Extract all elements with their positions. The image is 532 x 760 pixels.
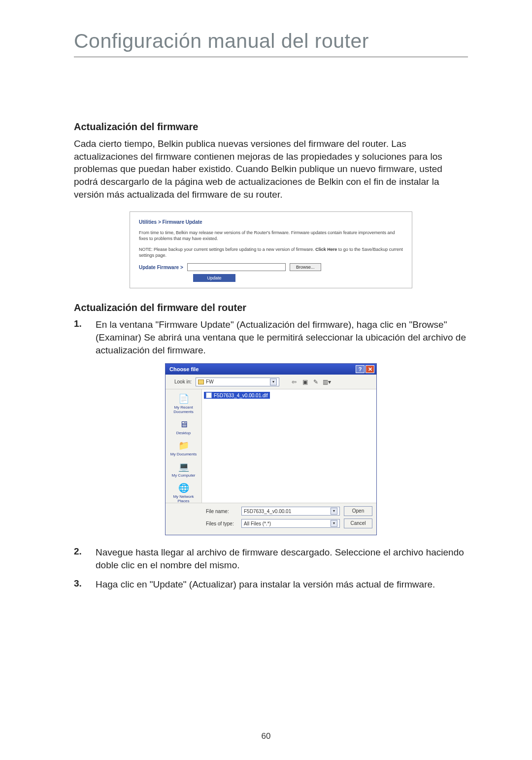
help-button[interactable]: ? bbox=[356, 365, 365, 373]
place-label: My Documents bbox=[168, 452, 200, 456]
lookin-select[interactable]: FW ▾ bbox=[196, 378, 279, 386]
firmware-desc: From time to time, Belkin may release ne… bbox=[139, 230, 403, 242]
file-list[interactable]: F5D7633_4_v0.00.01.dlf bbox=[202, 389, 376, 503]
file-name: F5D7633_4_v0.00.01.dlf bbox=[214, 393, 268, 398]
step-number: 2. bbox=[74, 546, 96, 571]
update-firmware-label: Update Firmware > bbox=[139, 264, 183, 271]
lookin-value: FW bbox=[206, 379, 214, 384]
steps-list-cont: 2. Navegue hasta llegar al archivo de fi… bbox=[74, 546, 468, 591]
place-label: My Computer bbox=[168, 473, 200, 478]
back-icon[interactable]: ⇦ bbox=[290, 378, 298, 386]
place-label: My Network Places bbox=[168, 494, 200, 503]
filetype-label: Files of type: bbox=[206, 521, 237, 526]
file-icon bbox=[206, 392, 212, 398]
section-firmware-body: Cada cierto tiempo, Belkin publica nueva… bbox=[74, 138, 468, 201]
dialog-titlebar: Choose file ? ✕ bbox=[166, 364, 376, 375]
page-title: Configuración manual del router bbox=[74, 30, 468, 53]
update-button[interactable]: Update bbox=[193, 274, 235, 282]
close-button[interactable]: ✕ bbox=[366, 365, 374, 373]
filetype-value: All Files (*.*) bbox=[244, 521, 271, 526]
filetype-select[interactable]: All Files (*.*) ▾ bbox=[241, 519, 340, 528]
browse-button[interactable]: Browse... bbox=[290, 263, 321, 271]
cancel-button[interactable]: Cancel bbox=[344, 518, 372, 528]
list-item: 2. Navegue hasta llegar al archivo de fi… bbox=[74, 546, 468, 571]
folder-icon bbox=[198, 380, 204, 384]
section-router-fw-heading: Actualización del firmware del router bbox=[74, 302, 468, 313]
mydocs-icon: 📁 bbox=[177, 440, 190, 451]
step-number: 1. bbox=[74, 318, 96, 356]
filename-label: File name: bbox=[206, 509, 237, 514]
filename-value: F5D7633_4_v0.00.01 bbox=[244, 509, 291, 514]
place-mydocs[interactable]: 📁 My Documents bbox=[168, 439, 200, 458]
place-desktop[interactable]: 🖥 Desktop bbox=[168, 418, 200, 437]
note-link[interactable]: Click Here bbox=[315, 247, 337, 252]
list-item: 3. Haga clic en "Update" (Actualizar) pa… bbox=[74, 578, 468, 591]
newfolder-icon[interactable]: ✎ bbox=[312, 378, 320, 386]
breadcrumb: Utilities > Firmware Update bbox=[139, 219, 403, 226]
step-text: En la ventana "Firmware Update" (Actuali… bbox=[96, 318, 468, 356]
chevron-down-icon[interactable]: ▾ bbox=[331, 508, 337, 515]
step-text: Haga clic en "Update" (Actualizar) para … bbox=[96, 578, 468, 591]
views-icon[interactable]: ▥▾ bbox=[323, 378, 331, 386]
up-icon[interactable]: ▣ bbox=[301, 378, 309, 386]
step-number: 3. bbox=[74, 578, 96, 591]
chevron-down-icon[interactable]: ▾ bbox=[331, 520, 337, 527]
place-mynetwork[interactable]: 🌐 My Network Places bbox=[168, 482, 200, 505]
desktop-icon: 🖥 bbox=[177, 419, 190, 430]
steps-list: 1. En la ventana "Firmware Update" (Actu… bbox=[74, 318, 468, 356]
figure-firmware-panel: Utilities > Firmware Update From time to… bbox=[130, 211, 412, 288]
chevron-down-icon[interactable]: ▾ bbox=[270, 379, 277, 385]
places-bar: 📄 My Recent Documents 🖥 Desktop 📁 My Doc… bbox=[166, 389, 202, 503]
open-button[interactable]: Open bbox=[344, 506, 372, 516]
file-item-selected[interactable]: F5D7633_4_v0.00.01.dlf bbox=[204, 392, 270, 399]
place-label: Desktop bbox=[168, 431, 200, 435]
list-item: 1. En la ventana "Firmware Update" (Actu… bbox=[74, 318, 468, 356]
firmware-note: NOTE: Please backup your current setting… bbox=[139, 246, 403, 258]
title-divider bbox=[74, 57, 468, 57]
mycomputer-icon: 💻 bbox=[177, 461, 190, 472]
lookin-label: Look in: bbox=[174, 379, 192, 384]
dialog-toolbar: Look in: FW ▾ ⇦ ▣ ✎ ▥▾ bbox=[166, 375, 376, 389]
filename-input[interactable]: F5D7633_4_v0.00.01 ▾ bbox=[241, 507, 340, 516]
dialog-title: Choose file bbox=[169, 366, 199, 372]
page-number: 60 bbox=[0, 731, 532, 741]
place-mycomputer[interactable]: 💻 My Computer bbox=[168, 460, 200, 480]
firmware-file-input[interactable] bbox=[187, 263, 286, 271]
recent-icon: 📄 bbox=[177, 393, 190, 404]
section-firmware-heading: Actualización del firmware bbox=[74, 121, 468, 133]
mynetwork-icon: 🌐 bbox=[177, 483, 190, 493]
note-pre: NOTE: Please backup your current setting… bbox=[139, 247, 315, 252]
place-label: My Recent Documents bbox=[168, 405, 200, 414]
place-recent[interactable]: 📄 My Recent Documents bbox=[168, 392, 200, 416]
figure-file-chooser: Choose file ? ✕ Look in: FW ▾ ⇦ ▣ ✎ ▥▾ bbox=[165, 363, 377, 535]
step-text: Navegue hasta llegar al archivo de firmw… bbox=[96, 546, 468, 571]
